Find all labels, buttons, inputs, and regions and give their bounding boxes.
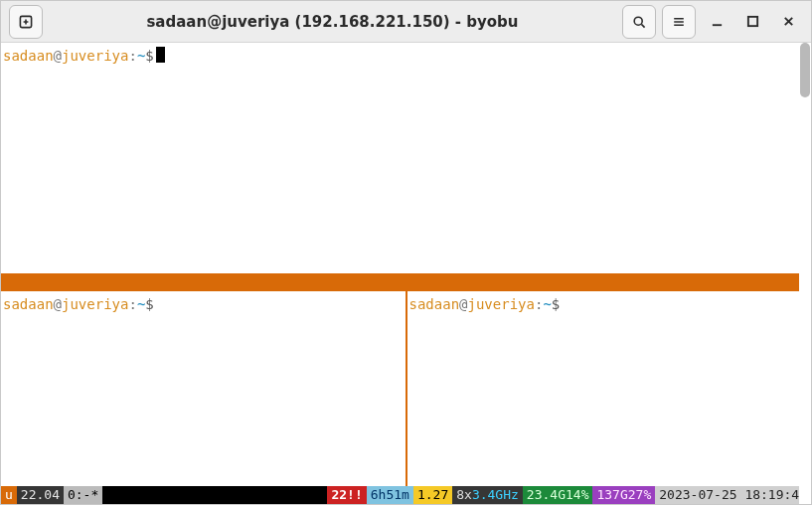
- prompt-colon: :: [128, 296, 136, 312]
- prompt-user: sadaan: [3, 296, 54, 312]
- prompt-user: sadaan: [409, 296, 460, 312]
- window-title: sadaan@juveriya (192.168.221.150) - byob…: [49, 13, 616, 31]
- status-load: 1.27: [413, 486, 452, 504]
- prompt-at: @: [459, 296, 467, 312]
- new-tab-button[interactable]: [9, 5, 43, 39]
- status-bar: u 22.04 0:-* 22!! 6h51m 1.27 8x3.4GHz 23…: [1, 486, 811, 504]
- pane-bottom-right[interactable]: sadaan@juveriya:~$: [407, 291, 812, 486]
- prompt-at: @: [54, 48, 62, 64]
- status-window-index[interactable]: 0:-*: [64, 486, 102, 504]
- status-time: 18:19:43: [744, 487, 807, 502]
- scrollbar[interactable]: [799, 43, 811, 504]
- status-updates: 22!!: [327, 486, 366, 504]
- prompt-dollar: $: [145, 48, 153, 64]
- search-button[interactable]: [622, 5, 656, 39]
- bottom-panes: sadaan@juveriya:~$ sadaan@juveriya:~$: [1, 291, 811, 486]
- status-memory: 23.4G14%: [523, 486, 593, 504]
- pane-bottom-left[interactable]: sadaan@juveriya:~$: [1, 291, 406, 486]
- prompt-host: juveriya: [468, 296, 535, 312]
- status-spacer: [102, 486, 327, 504]
- status-os-version: 22.04: [17, 486, 64, 504]
- cursor: [156, 47, 165, 63]
- prompt-dollar: $: [552, 296, 560, 312]
- terminal-window: sadaan@juveriya (192.168.221.150) - byob…: [0, 0, 812, 505]
- status-date: 2023-07-25: [659, 487, 736, 502]
- status-cpu-cores: 8x: [456, 487, 472, 502]
- titlebar: sadaan@juveriya (192.168.221.150) - byob…: [1, 1, 811, 43]
- scrollbar-thumb[interactable]: [800, 43, 810, 97]
- prompt-at: @: [54, 296, 62, 312]
- prompt-colon: :: [128, 48, 136, 64]
- status-cpu-freq: 3.4GHz: [472, 487, 519, 502]
- status-disk: 137G27%: [592, 486, 655, 504]
- status-logo: u: [1, 486, 17, 504]
- prompt-user: sadaan: [3, 48, 54, 64]
- status-cpu: 8x3.4GHz: [452, 486, 523, 504]
- prompt-dollar: $: [145, 296, 153, 312]
- prompt-host: juveriya: [62, 48, 128, 64]
- pane-divider-horizontal[interactable]: [1, 273, 811, 291]
- status-uptime: 6h51m: [367, 486, 413, 504]
- maximize-button[interactable]: [737, 7, 767, 37]
- status-datetime: 2023-07-25 18:19:43: [655, 486, 811, 504]
- prompt-path: ~: [543, 296, 551, 312]
- pane-top[interactable]: sadaan@juveriya:~$: [1, 43, 811, 273]
- minimize-button[interactable]: [702, 7, 731, 37]
- prompt-host: juveriya: [62, 296, 128, 312]
- close-button[interactable]: [773, 7, 803, 37]
- terminal-area: sadaan@juveriya:~$ sadaan@juveriya:~$ sa…: [1, 43, 811, 504]
- menu-button[interactable]: [662, 5, 696, 39]
- svg-point-1: [634, 17, 642, 25]
- svg-rect-2: [747, 17, 756, 26]
